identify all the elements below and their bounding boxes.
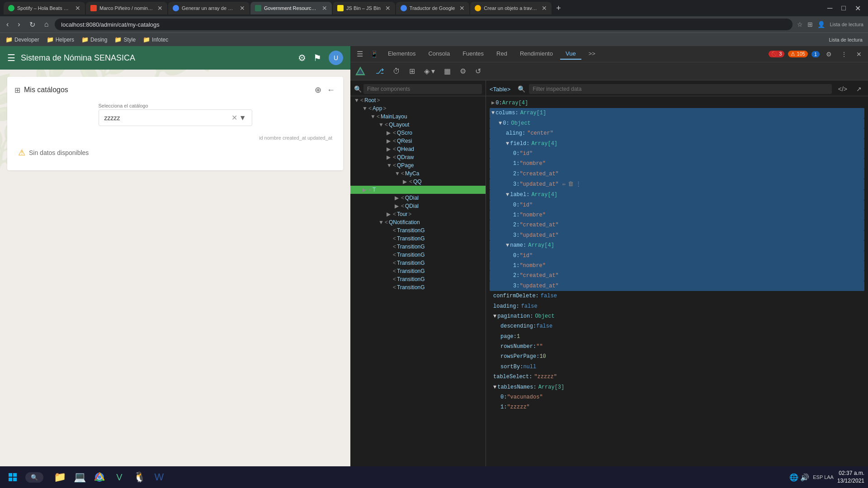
tree-item-transition4[interactable]: ▶ <TransitionG — [350, 251, 486, 259]
prop-field-1[interactable]: 1: "nombre" — [490, 159, 864, 169]
taskbar-network-icon[interactable]: 🌐 — [789, 473, 798, 482]
tree-item-table[interactable]: ▶ <T — [350, 186, 486, 194]
prop-name-0[interactable]: 0: "id" — [490, 251, 864, 261]
bookmark-reading[interactable]: Lista de lectura — [829, 37, 863, 42]
prop-name[interactable]: ▼ name: Array[4] — [490, 240, 864, 250]
inspector-code-icon[interactable]: </> — [835, 84, 850, 94]
menu-icon[interactable]: ☰ — [7, 52, 15, 63]
prop-aling[interactable]: aling: "center" — [490, 128, 864, 138]
bookmark-helpers[interactable]: 📁 Helpers — [47, 36, 74, 43]
prop-label-0[interactable]: 0: "id" — [490, 200, 864, 210]
devtools-settings-icon[interactable]: ⚙ — [823, 50, 835, 59]
prop-label-2[interactable]: 2: "created_at" — [490, 220, 864, 230]
prop-tablesnames[interactable]: ▼ tablesNames: Array[3] — [490, 382, 864, 392]
tree-item-transition6[interactable]: ▶ <TransitionG — [350, 267, 486, 275]
devtools-undock-icon[interactable]: ✕ — [854, 50, 864, 59]
tab-marco[interactable]: Marco Piñeiro / nominaFront -... ✕ — [86, 2, 167, 14]
forward-button[interactable]: › — [15, 19, 23, 29]
prop-0-array[interactable]: ▶ 0: Array[4] — [490, 98, 864, 108]
devtools-more-tabs[interactable]: >> — [583, 48, 601, 60]
taskbar-app-linux[interactable]: 🐧 — [130, 468, 148, 486]
prop-0-object[interactable]: ▼ 0: Object — [490, 118, 864, 128]
tree-item-transition2[interactable]: ▶ <TransitionG — [350, 235, 486, 243]
tab-jsbin[interactable]: JS Bin – JS Bin ✕ — [333, 2, 395, 14]
reload-button[interactable]: ↻ — [27, 19, 38, 30]
taskbar-app-vuejs[interactable]: V — [110, 468, 128, 486]
taskbar-app-word[interactable]: W — [150, 468, 168, 486]
prop-tablesnames-1[interactable]: 1: "zzzzz" — [490, 402, 864, 412]
prop-field-0[interactable]: 0: "id" — [490, 149, 864, 159]
prop-field-2[interactable]: 2: "created_at" — [490, 169, 864, 179]
inspector-filter-input[interactable] — [529, 84, 831, 94]
devtools-tab-performance[interactable]: Rendimiento — [514, 48, 558, 60]
tab-government[interactable]: Government Resource Planning ✕ — [250, 2, 332, 14]
tree-item-qdraw[interactable]: ▶ <QDraw — [350, 153, 486, 161]
prop-confirmdelete[interactable]: confirmDelete: false — [490, 291, 864, 301]
devtools-tab-vue[interactable]: Vue — [560, 48, 581, 60]
start-button[interactable] — [4, 468, 22, 486]
delete-action[interactable]: 🗑 — [568, 179, 574, 189]
tree-item-root[interactable]: ▼ <Root> — [350, 96, 486, 104]
tab-spotify[interactable]: Spotify – Hola Beats Lofi ✕ — [4, 2, 85, 14]
prop-tablesnames-0[interactable]: 0: "vacunados" — [490, 392, 864, 402]
flag-icon[interactable]: ⚑ — [313, 52, 321, 63]
vue-vuex-icon[interactable]: ⊞ — [406, 65, 419, 77]
prop-field-3[interactable]: 3: "updated_at" ✏ 🗑 ⋮ — [490, 179, 864, 190]
new-tab-button[interactable]: + — [552, 4, 565, 13]
tree-item-qhead[interactable]: ▶ <QHead — [350, 145, 486, 153]
vue-performance-icon[interactable]: ▦ — [440, 65, 454, 77]
back-button[interactable]: ‹ — [4, 19, 11, 29]
tree-item-transition8[interactable]: ▶ <TransitionG — [350, 283, 486, 291]
tree-item-qdial1[interactable]: ▶ <QDial — [350, 194, 486, 202]
taskbar-app-explorer[interactable]: 📁 — [51, 468, 69, 486]
devtools-tab-console[interactable]: Consola — [423, 48, 455, 60]
prop-colums[interactable]: ▼ colums: Array[1] — [490, 108, 864, 118]
bookmark-star-icon[interactable]: ☆ — [796, 20, 804, 29]
prop-name-2[interactable]: 2: "created_at" — [490, 271, 864, 281]
prop-label[interactable]: ▼ label: Array[4] — [490, 190, 864, 200]
prop-field[interactable]: ▼ field: Array[4] — [490, 139, 864, 149]
reading-list-icon[interactable]: Lista de lectura — [829, 21, 864, 28]
devtools-tab-sources[interactable]: Fuentes — [457, 48, 489, 60]
user-avatar[interactable]: U — [329, 51, 343, 65]
extensions-icon[interactable]: ⊞ — [807, 20, 814, 29]
tree-item-myca[interactable]: ▼ <MyCa — [350, 169, 486, 178]
devtools-more-icon[interactable]: ⋮ — [838, 50, 850, 59]
prop-label-1[interactable]: 1: "nombre" — [490, 210, 864, 220]
tree-item-app[interactable]: ▼ <App> — [350, 104, 486, 113]
tree-item-qq[interactable]: ▶ <QQ — [350, 178, 486, 186]
bookmark-developer[interactable]: 📁 Developer — [5, 36, 39, 43]
tree-item-qscro[interactable]: ▶ <QScro — [350, 129, 486, 137]
devtools-tab-network[interactable]: Red — [491, 48, 513, 60]
tree-item-qpage[interactable]: ▼ <QPage — [350, 161, 486, 169]
taskbar-app-chrome[interactable] — [90, 468, 108, 486]
maximize-button[interactable]: □ — [838, 3, 849, 14]
prop-label-3[interactable]: 3: "updated_at" — [490, 230, 864, 240]
tree-item-transition5[interactable]: ▶ <TransitionG — [350, 259, 486, 267]
taskbar-clock[interactable]: 02:37 a.m. 13/12/2021 — [837, 469, 864, 485]
prop-pagination-rowsperpage[interactable]: rowsPerPage: 10 — [490, 352, 864, 361]
vue-timeline-icon[interactable]: ⏱ — [389, 66, 404, 77]
vue-refresh-icon[interactable]: ↺ — [472, 65, 485, 77]
prop-pagination-rowsnumber[interactable]: rowsNumber: "" — [490, 342, 864, 352]
dropdown-clear-icon[interactable]: ✕ — [231, 113, 237, 122]
tree-item-mainlayout[interactable]: ▼ <MainLayou — [350, 113, 486, 121]
prop-name-1[interactable]: 1: "nombre" — [490, 261, 864, 271]
tree-item-transition7[interactable]: ▶ <TransitionG — [350, 275, 486, 283]
dropdown-arrow-icon[interactable]: ▼ — [239, 114, 246, 122]
tab-generar[interactable]: Generar un array de objetos a... ✕ — [168, 2, 250, 14]
bookmark-desing[interactable]: 📁 Desing — [81, 36, 107, 43]
address-input[interactable] — [55, 19, 793, 30]
tree-item-qlayout[interactable]: ▼ <QLayout — [350, 121, 486, 129]
tree-item-qresi[interactable]: ▶ <QResi — [350, 137, 486, 145]
component-filter-input[interactable] — [363, 84, 482, 94]
devtools-tab-elements[interactable]: Elementos — [382, 48, 421, 60]
prop-pagination-descending[interactable]: descending: false — [490, 321, 864, 331]
tab-crear[interactable]: Crear un objeto a traves de un... ✕ — [470, 2, 552, 14]
profile-icon[interactable]: 👤 — [816, 20, 826, 29]
prop-pagination-page[interactable]: page: 1 — [490, 332, 864, 342]
devtools-device-icon[interactable]: 📱 — [368, 50, 381, 59]
prop-tableselect[interactable]: tableSelect: "zzzzz" — [490, 372, 864, 382]
settings-icon[interactable]: ⚙ — [298, 52, 306, 63]
tree-item-qdial2[interactable]: ▶ <QDial — [350, 202, 486, 210]
